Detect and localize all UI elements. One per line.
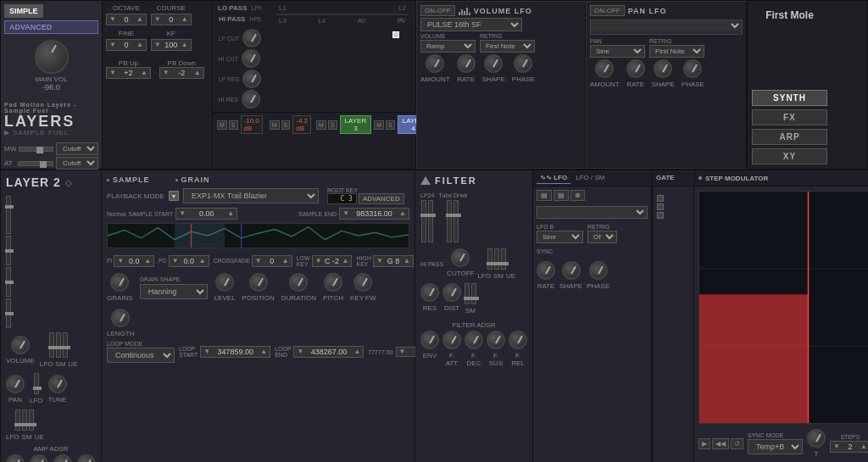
lfo-rate-knob[interactable] [537, 261, 555, 280]
octave-stepper[interactable]: ▼ 0 ▲ [106, 14, 147, 25]
volume-mod-fader2[interactable] [56, 332, 61, 358]
pan-lfo-rate-knob[interactable] [626, 59, 645, 78]
hi-res-knob[interactable] [242, 90, 260, 109]
synth-tab[interactable]: SYNTH [752, 90, 827, 106]
lfo-btn3[interactable]: ⊕ [570, 190, 585, 201]
filter-cutoff-knob[interactable] [451, 248, 470, 267]
fine-stepper[interactable]: ▼ 0 ▲ [106, 39, 147, 51]
layer2-lfo-fader[interactable] [6, 236, 11, 265]
amp-dec-knob[interactable] [30, 454, 48, 462]
lfo-b-type-select[interactable]: Sine [537, 231, 583, 243]
layer2-tune-knob[interactable] [48, 375, 67, 393]
grains-knob[interactable] [110, 273, 129, 292]
amp-sus-knob[interactable] [53, 454, 72, 462]
layer1-m-button[interactable]: M [217, 120, 227, 130]
filter-dist-knob[interactable] [442, 283, 461, 302]
tune-mod-fader1[interactable] [15, 409, 20, 431]
layer2-volume-fader[interactable] [6, 196, 11, 234]
volume-lfo-waveform-select[interactable]: PULSE 16th SF [420, 18, 522, 31]
dist-sm-fader[interactable] [471, 283, 476, 304]
pan-lfo-on-off[interactable]: ON-OFF [590, 5, 625, 16]
step-t-knob[interactable] [807, 429, 826, 448]
volume-lfo-on-off[interactable]: ON-OFF [420, 5, 455, 16]
tune-mod-fader3[interactable] [29, 409, 34, 431]
xy-tab[interactable]: XY [752, 148, 827, 164]
step-reset-btn[interactable]: ↺ [731, 438, 743, 449]
volume-lfo-amount-knob[interactable] [426, 54, 444, 73]
fi-stepper[interactable]: ▼ 0.0 ▲ [114, 255, 154, 267]
layer2-m-button[interactable]: M [270, 120, 280, 130]
filter-res-knob[interactable] [420, 283, 439, 302]
amp-rel-knob[interactable] [77, 454, 96, 462]
advanced-mode-button[interactable]: ADVANCED [4, 20, 98, 34]
position-knob[interactable] [249, 273, 268, 292]
pan-lfo-fader[interactable] [34, 373, 39, 394]
lfo-shape-knob[interactable] [562, 261, 581, 280]
layer2-ue-fader[interactable] [6, 298, 11, 328]
gate-btn3[interactable] [657, 212, 664, 219]
volume-lfo-shape-knob[interactable] [484, 54, 503, 73]
layer4-s-button[interactable]: S [386, 120, 395, 130]
lp-res-knob[interactable] [242, 70, 261, 88]
playback-mode-arrow[interactable]: ▼ [169, 191, 179, 201]
sample-end-stepper[interactable]: ▼ 983316.00 ▲ [339, 208, 409, 220]
key-fw-knob[interactable] [353, 273, 372, 292]
mw-slider[interactable] [19, 147, 53, 152]
fx-tab[interactable]: FX [752, 109, 827, 125]
lfo-waveform-select[interactable] [537, 206, 648, 219]
duration-knob[interactable] [289, 273, 308, 292]
pan-lfo-amount-knob[interactable] [595, 59, 614, 78]
level-knob[interactable] [215, 273, 234, 292]
simple-mode-button[interactable]: SIMPLE [4, 4, 43, 18]
fo-stepper[interactable]: ▼ 0.0 ▲ [169, 255, 209, 267]
at-target-dropdown[interactable]: Cutoff [56, 157, 98, 170]
layer2-sm-fader[interactable] [6, 267, 11, 297]
sample-name-dropdown[interactable]: EXP1-MX Trail Blazier [183, 188, 319, 203]
lfo-btn2[interactable]: ▤ [554, 190, 569, 201]
pb-down-stepper[interactable]: ▼ -2 ▲ [159, 67, 204, 79]
pitch-knob[interactable] [324, 273, 342, 292]
dist-lfo-fader[interactable] [465, 283, 470, 304]
grain-shape-dropdown[interactable]: Hanning [140, 284, 208, 299]
lfo-retrig-select[interactable]: Off [587, 231, 617, 243]
main-vol-knob[interactable] [35, 40, 69, 74]
pb-up-stepper[interactable]: ▼ +2 ▲ [106, 67, 151, 79]
tube-drive-fader1[interactable] [447, 200, 452, 242]
crossfade-stepper[interactable]: ▼ 0 ▲ [252, 255, 292, 267]
volume-mod-fader1[interactable] [49, 332, 54, 358]
layer2-expand-icon[interactable]: ◇ [65, 178, 72, 187]
filter-env-knob[interactable] [420, 331, 439, 349]
kf-stepper[interactable]: ▼ 100 ▲ [151, 39, 192, 51]
step-play-btn[interactable]: ▶ [698, 438, 710, 449]
loop-start-stepper[interactable]: ▼ 347859.00 ▲ [200, 346, 270, 358]
pan-lfo-shape-knob[interactable] [654, 59, 672, 78]
gate-btn2[interactable] [657, 203, 664, 210]
xy-handle[interactable] [392, 31, 399, 38]
filter-fader1[interactable] [421, 200, 426, 242]
advanced-btn[interactable]: ADVANCED [359, 193, 404, 204]
high-key-stepper[interactable]: ▼ G 8 ▲ [373, 255, 414, 267]
loop-mode-dropdown[interactable]: Continuous [107, 348, 175, 363]
cutoff-lfo-fader[interactable] [487, 248, 492, 270]
volume-mod-fader3[interactable] [63, 332, 68, 358]
layer2-volume-knob[interactable] [11, 336, 30, 354]
layer3-s-button[interactable]: S [328, 120, 337, 130]
mw-target-dropdown[interactable]: Cutoff [56, 142, 98, 155]
volume-lfo-type-select[interactable]: Ramp [420, 40, 476, 53]
at-slider[interactable] [18, 161, 53, 166]
layer3-button[interactable]: LAYER 3 [340, 115, 372, 134]
layer2-s-button[interactable]: S [281, 120, 291, 130]
lfo-btn1[interactable]: ▤ [537, 190, 552, 201]
tune-mod-fader2[interactable] [22, 409, 27, 431]
amp-att-knob[interactable] [6, 454, 25, 462]
lfo-phase-knob[interactable] [589, 261, 608, 280]
layer3-m-button[interactable]: M [316, 120, 326, 130]
cutoff-sm-fader[interactable] [494, 248, 499, 270]
sync-mode-dropdown[interactable]: Temp+Bt [748, 439, 803, 454]
course-stepper[interactable]: ▼ 0 ▲ [151, 14, 192, 25]
gate-btn1[interactable] [657, 195, 664, 202]
hi-cut-knob[interactable] [242, 49, 260, 68]
volume-lfo-retrig-select[interactable]: First Note [480, 40, 535, 53]
layer4-m-button[interactable]: M [374, 120, 384, 130]
filter-dec-knob[interactable] [465, 331, 483, 349]
